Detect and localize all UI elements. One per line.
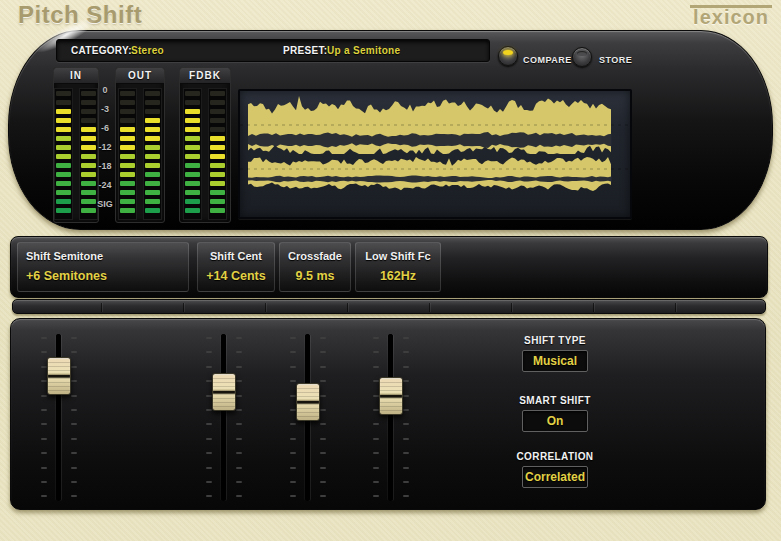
low-shift-fc-slider-knob[interactable]: [379, 377, 403, 415]
slider-tick: [71, 380, 77, 382]
meter-scale-label: SIG: [97, 199, 113, 209]
compare-button[interactable]: [498, 46, 518, 66]
slider-tick: [236, 452, 242, 454]
parameter-panel: Shift Semitone+6 SemitonesShift Cent+14 …: [10, 236, 768, 298]
slider-tick: [206, 438, 212, 440]
slider-tick: [71, 409, 77, 411]
slider-tick: [403, 452, 409, 454]
param-label: Shift Semitone: [26, 250, 188, 262]
slider-tick: [373, 351, 379, 353]
slider-tick: [206, 452, 212, 454]
meter-led-segment: [185, 145, 200, 150]
meter-column: [183, 88, 202, 220]
slider-tick: [320, 351, 326, 353]
param-tile-shift-semitone[interactable]: Shift Semitone+6 Semitones: [17, 242, 189, 292]
compare-led-icon: [503, 50, 513, 55]
param-label: Low Shift Fc: [356, 250, 440, 262]
shift-cent-slider-track[interactable]: [221, 334, 226, 501]
meter-led-segment: [145, 199, 160, 204]
meter-led-segment: [145, 118, 160, 123]
slider-tick: [320, 380, 326, 382]
param-tile-low-shift-fc[interactable]: Low Shift Fc162Hz: [355, 242, 441, 292]
shift-semitone-slider-knob[interactable]: [47, 357, 71, 395]
slider-tick: [290, 380, 296, 382]
slider-tick: [71, 438, 77, 440]
meter-scale-label: -18: [98, 161, 111, 171]
param-value[interactable]: 9.5 ms: [280, 269, 350, 283]
slider-tick: [403, 423, 409, 425]
slider-tick: [71, 467, 77, 469]
meter-led-segment: [56, 145, 71, 150]
option-value-box[interactable]: Musical: [522, 350, 588, 372]
slider-tick: [206, 337, 212, 339]
option-value-box[interactable]: On: [522, 410, 588, 432]
slider-tick: [373, 337, 379, 339]
meter-led-segment: [185, 109, 200, 114]
option-label: SHIFT TYPE: [505, 335, 605, 346]
slider-tick: [373, 467, 379, 469]
category-value[interactable]: Stereo: [131, 45, 164, 56]
page-title: Pitch Shift: [18, 1, 142, 29]
meter-led-segment: [210, 145, 225, 150]
store-button-label: STORE: [599, 55, 632, 65]
slider-tick: [41, 351, 47, 353]
meter-led-segment: [120, 199, 135, 204]
param-label: Shift Cent: [198, 250, 274, 262]
option-group-correlation: CORRELATIONCorrelated: [505, 451, 605, 488]
option-group-smart-shift: SMART SHIFTOn: [505, 395, 605, 432]
crossfade-slider-knob[interactable]: [296, 383, 320, 421]
option-group-shift-type: SHIFT TYPEMusical: [505, 335, 605, 372]
option-label: CORRELATION: [505, 451, 605, 462]
preset-value[interactable]: Up a Semitone: [327, 45, 400, 56]
store-button[interactable]: [572, 47, 592, 67]
meter-led-segment: [81, 91, 96, 96]
param-value[interactable]: +14 Cents: [198, 269, 274, 283]
fader-panel: SHIFT TYPEMusicalSMART SHIFTOnCORRELATIO…: [10, 318, 766, 510]
param-label: Crossfade: [280, 250, 350, 262]
meter-scale: 0-3-6-12-18-24SIG: [95, 85, 115, 209]
meter-group-out: OUT: [115, 67, 165, 223]
meter-led-segment: [120, 91, 135, 96]
slider-tick: [71, 337, 77, 339]
soft-row-strip[interactable]: [12, 299, 766, 314]
meter-scale-label: -12: [98, 142, 111, 152]
meter-header-label: FDBK: [180, 68, 230, 84]
param-tile-shift-cent[interactable]: Shift Cent+14 Cents: [197, 242, 275, 292]
slider-tick: [403, 337, 409, 339]
soft-row-divider: [265, 303, 266, 312]
meter-led-segment: [81, 127, 96, 132]
meter-scale-label: -24: [98, 180, 111, 190]
slider-tick: [290, 438, 296, 440]
meter-led-segment: [185, 199, 200, 204]
meter-led-segment: [120, 145, 135, 150]
slider-tick: [373, 366, 379, 368]
param-value[interactable]: 162Hz: [356, 269, 440, 283]
low-shift-fc-slider: [361, 327, 421, 509]
slider-tick: [403, 467, 409, 469]
shift-cent-slider-knob[interactable]: [212, 373, 236, 411]
slider-tick: [206, 481, 212, 483]
meter-led-segment: [120, 208, 135, 213]
param-tile-crossfade[interactable]: Crossfade9.5 ms: [279, 242, 351, 292]
slider-tick: [236, 337, 242, 339]
slider-tick: [403, 495, 409, 497]
slider-tick: [206, 467, 212, 469]
meter-led-segment: [81, 208, 96, 213]
low-shift-fc-slider-track[interactable]: [388, 334, 393, 501]
slider-tick: [290, 351, 296, 353]
slider-tick: [403, 481, 409, 483]
slider-tick: [403, 409, 409, 411]
param-value[interactable]: +6 Semitones: [26, 269, 188, 283]
meter-led-segment: [56, 109, 71, 114]
option-value-box[interactable]: Correlated: [522, 466, 588, 488]
meter-led-segment: [81, 199, 96, 204]
meter-led-segment: [185, 127, 200, 132]
meter-led-segment: [210, 91, 225, 96]
slider-tick: [320, 452, 326, 454]
meter-led-segment: [56, 190, 71, 195]
meter-scale-label: 0: [102, 85, 107, 95]
meter-led-segment: [210, 136, 225, 141]
meter-column: [54, 88, 73, 220]
meter-led-segment: [185, 136, 200, 141]
meter-led-segment: [120, 181, 135, 186]
